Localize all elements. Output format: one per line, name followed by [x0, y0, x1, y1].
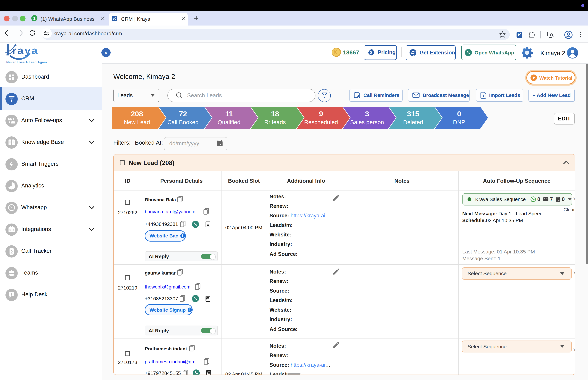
svg-text:1: 1 [33, 16, 35, 20]
svg-text:Never Lose A Lead Again: Never Lose A Lead Again [6, 60, 47, 64]
svg-text:raya: raya [12, 45, 39, 56]
svg-text:$: $ [370, 50, 372, 55]
